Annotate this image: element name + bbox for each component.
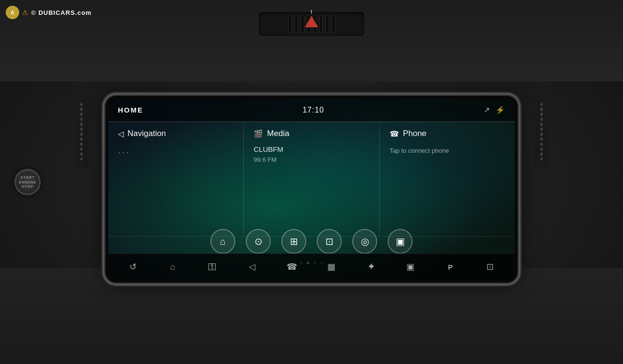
watermark-logo: A [6,6,19,19]
keys-icon: ⚿ [208,262,217,272]
phone-icon: ☎ [390,129,399,138]
stitching-left [81,103,82,160]
nav-icon: ◁ [249,262,255,272]
vent-slot [294,15,298,33]
navigation-column[interactable]: ◁ Navigation ··· [108,122,243,237]
vent-slot [332,15,335,33]
vent-slot [288,15,292,33]
keys-button[interactable]: ⚿ [202,257,222,277]
vent-slot [325,15,329,33]
media-station: CLUBFM 99.6 FM [254,144,369,164]
vent-slot [300,15,304,33]
navigation-nav-button[interactable]: ◁ [242,257,262,277]
back-icon: ↺ [129,262,137,272]
screen-button[interactable]: ▣ [388,229,413,254]
home-app-icon: ⌂ [220,236,226,247]
connect-icon: ⊡ [325,236,334,247]
find-icon: ◎ [361,236,369,247]
find-button[interactable]: ◎ [352,229,377,254]
status-icons: ↗ ⚡ [484,105,505,114]
antenna-icon: ↗ [484,105,490,114]
media-icon: 🎬 [254,129,263,138]
settings-icon: ⊡ [486,262,494,272]
apps-button[interactable]: ⊞ [281,229,306,254]
start-label: STARTENGINESTOP [19,175,36,189]
apps-icon: ⊞ [290,236,298,247]
home-nav-button[interactable]: ⌂ [162,257,183,277]
warning-icon: ⚠ [22,9,28,16]
bluetooth-icon: ✦ [368,262,375,272]
clock-display: 17:10 [302,106,324,114]
search-app-icon: ⊙ [254,236,263,247]
media-column[interactable]: 🎬 Media CLUBFM 99.6 FM [244,122,379,237]
start-button-area: STARTENGINESTOP [14,169,41,195]
phone-connect-text: Tap to connect phone [390,146,505,156]
search-app-button[interactable]: ⊙ [246,229,271,254]
screen-inner: HOME 17:10 ↗ ⚡ ◁ Navigation ··· [108,99,515,280]
home-app-button[interactable]: ⌂ [210,229,235,254]
leather-left [74,96,89,168]
vent-slot [319,15,323,33]
navigation-title: ◁ Navigation [118,129,233,138]
start-button[interactable]: STARTENGINESTOP [14,169,41,195]
back-button[interactable]: ↺ [123,257,143,277]
parking-icon: P [448,263,453,271]
bottom-nav-bar: ↺ ⌂ ⚿ ◁ ☎ ▦ ✦ ▣ P [108,253,515,280]
hazard-triangle-icon[interactable]: ! [305,16,318,27]
parking-button[interactable]: P [440,257,461,277]
watermark: A ⚠ © DUBICARS.com [6,6,92,19]
bluetooth-button[interactable]: ✦ [361,257,381,277]
navigation-subtitle: ··· [118,147,233,158]
main-content: ◁ Navigation ··· 🎬 Media CLUBFM 99.6 FM [108,122,515,237]
leather-right [534,96,549,168]
screen-icon: ▣ [396,236,405,247]
home-nav-icon: ⌂ [170,262,175,272]
stitching-right [541,103,542,160]
phone-nav-button[interactable]: ☎ [282,257,302,277]
media-nav-button[interactable]: ▦ [321,257,341,277]
divider-line [108,122,515,122]
navigation-icon: ◁ [118,129,124,138]
watermark-text: © DUBICARS.com [31,9,92,16]
connect-button[interactable]: ⊡ [317,229,342,254]
phone-column[interactable]: ☎ Phone Tap to connect phone [380,122,515,237]
camera-button[interactable]: ▣ [401,257,421,277]
camera-icon: ▣ [406,262,415,272]
status-bar: HOME 17:10 ↗ ⚡ [108,99,515,122]
home-label[interactable]: HOME [118,106,143,114]
phone-title: ☎ Phone [390,129,505,138]
dashboard-bottom [0,268,623,364]
infotainment-screen: HOME 17:10 ↗ ⚡ ◁ Navigation ··· [105,96,518,283]
power-icon: ⚡ [496,105,505,114]
center-vent: ! [259,12,364,36]
settings-button[interactable]: ⊡ [480,257,500,277]
phone-nav-icon: ☎ [287,262,297,272]
media-title: 🎬 Media [254,129,369,138]
media-nav-icon: ▦ [327,262,335,272]
